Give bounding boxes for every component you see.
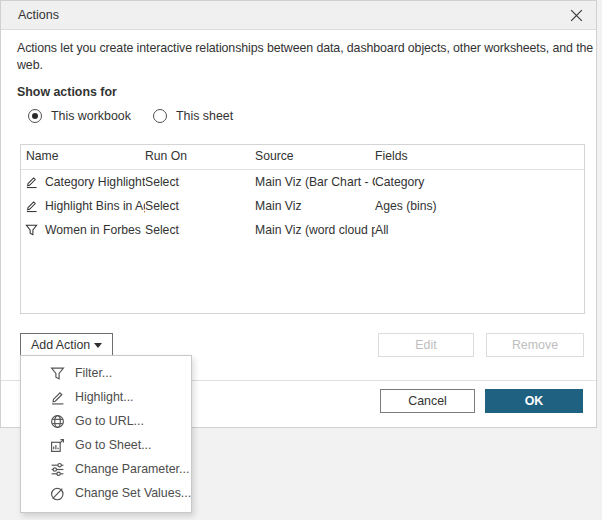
add-action-label: Add Action (31, 338, 90, 352)
remove-button[interactable]: Remove (486, 333, 584, 357)
close-icon[interactable] (569, 8, 585, 24)
menu-item-highlight[interactable]: Highlight... (21, 385, 191, 409)
go-to-sheet-icon (50, 438, 65, 453)
edit-button[interactable]: Edit (378, 333, 474, 357)
dialog-description: Actions let you create interactive relat… (17, 40, 596, 74)
menu-item-label: Change Parameter... (75, 462, 189, 476)
change-parameter-icon (50, 462, 65, 477)
action-fields: Ages (bins) (375, 199, 584, 213)
add-action-button[interactable]: Add Action (20, 333, 113, 357)
radio-this-sheet-label: This sheet (176, 109, 233, 123)
column-header-source: Source (255, 145, 375, 169)
highlight-icon (25, 199, 38, 213)
table-header: Name Run On Source Fields (21, 145, 584, 170)
table-row[interactable]: Highlight Bins in Age Select Main Viz Ag… (21, 194, 584, 218)
action-name: Category Highlight (45, 175, 145, 189)
filter-icon (25, 223, 38, 237)
change-set-values-icon (50, 486, 65, 501)
action-fields: All (375, 223, 584, 237)
ok-button[interactable]: OK (485, 389, 583, 413)
filter-icon (50, 366, 65, 381)
screen: Actions Actions let you create interacti… (0, 0, 602, 520)
cancel-button[interactable]: Cancel (380, 389, 475, 413)
menu-item-label: Filter... (75, 366, 112, 380)
action-fields: Category (375, 175, 584, 189)
menu-item-change-parameter[interactable]: Change Parameter... (21, 457, 191, 481)
action-source: Main Viz (Bar Chart - Ca (255, 175, 375, 189)
action-source: Main Viz (word cloud pt (255, 223, 375, 237)
action-source: Main Viz (255, 199, 375, 213)
chevron-down-icon (94, 343, 102, 348)
action-name: Women in Forbes Inc (45, 223, 145, 237)
menu-item-label: Highlight... (75, 390, 134, 404)
menu-item-label: Change Set Values... (75, 486, 191, 500)
menu-item-label: Go to Sheet... (75, 438, 151, 452)
action-name: Highlight Bins in Age (45, 199, 145, 213)
radio-selected-dot (28, 109, 42, 123)
highlight-icon (25, 175, 38, 189)
show-actions-for-label: Show actions for (17, 85, 117, 99)
globe-icon (50, 414, 65, 429)
table-row[interactable]: Category Highlight Select Main Viz (Bar … (21, 170, 584, 194)
radio-this-sheet[interactable]: This sheet (153, 109, 233, 123)
column-header-run-on: Run On (145, 145, 255, 169)
highlight-icon (50, 390, 65, 405)
action-run-on: Select (145, 199, 255, 213)
action-run-on: Select (145, 175, 255, 189)
scope-radio-group: This workbook This sheet (28, 109, 328, 125)
menu-item-go-to-url[interactable]: Go to URL... (21, 409, 191, 433)
actions-table: Name Run On Source Fields Category Highl… (20, 144, 585, 314)
column-header-name: Name (21, 145, 145, 169)
radio-this-workbook-label: This workbook (51, 109, 131, 123)
table-row[interactable]: Women in Forbes Inc Select Main Viz (wor… (21, 218, 584, 242)
radio-unselected-circle (153, 109, 167, 123)
menu-item-change-set-values[interactable]: Change Set Values... (21, 481, 191, 505)
action-run-on: Select (145, 223, 255, 237)
menu-item-filter[interactable]: Filter... (21, 361, 191, 385)
menu-item-label: Go to URL... (75, 414, 144, 428)
radio-this-workbook[interactable]: This workbook (28, 109, 131, 123)
add-action-dropdown-menu: Filter... Highlight... Go to URL... (20, 355, 192, 513)
menu-item-go-to-sheet[interactable]: Go to Sheet... (21, 433, 191, 457)
dialog-title: Actions (18, 1, 59, 29)
dialog-titlebar: Actions (1, 1, 596, 30)
column-header-fields: Fields (375, 145, 584, 169)
